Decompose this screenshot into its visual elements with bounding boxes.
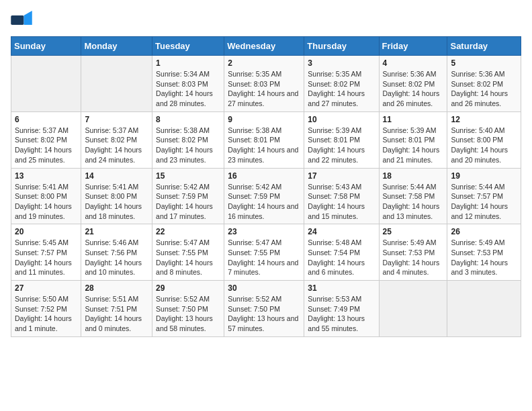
calendar-cell: 5Sunrise: 5:36 AMSunset: 8:02 PMDaylight…	[447, 56, 521, 112]
day-number: 18	[383, 171, 444, 181]
weekday-header-monday: Monday	[81, 37, 152, 56]
weekday-header-thursday: Thursday	[304, 37, 379, 56]
calendar-cell: 4Sunrise: 5:36 AMSunset: 8:02 PMDaylight…	[379, 56, 447, 112]
calendar-week-1: 1Sunrise: 5:34 AMSunset: 8:03 PMDaylight…	[11, 56, 521, 112]
day-detail: Sunrise: 5:42 AMSunset: 7:59 PMDaylight:…	[228, 182, 300, 222]
weekday-header-tuesday: Tuesday	[152, 37, 224, 56]
calendar-cell: 9Sunrise: 5:38 AMSunset: 8:01 PMDaylight…	[224, 111, 304, 168]
day-number: 8	[156, 115, 220, 124]
weekday-header-friday: Friday	[379, 37, 447, 56]
day-detail: Sunrise: 5:36 AMSunset: 8:02 PMDaylight:…	[451, 69, 517, 109]
logo	[11, 11, 35, 30]
calendar-cell: 14Sunrise: 5:41 AMSunset: 8:00 PMDayligh…	[81, 168, 152, 224]
day-detail: Sunrise: 5:41 AMSunset: 8:00 PMDaylight:…	[15, 182, 77, 222]
calendar-cell: 24Sunrise: 5:48 AMSunset: 7:54 PMDayligh…	[304, 224, 379, 281]
calendar-cell: 23Sunrise: 5:47 AMSunset: 7:55 PMDayligh…	[224, 224, 304, 281]
day-number: 7	[85, 115, 148, 124]
calendar-cell: 19Sunrise: 5:44 AMSunset: 7:57 PMDayligh…	[447, 168, 521, 224]
calendar-cell: 3Sunrise: 5:35 AMSunset: 8:02 PMDaylight…	[304, 56, 379, 112]
day-detail: Sunrise: 5:41 AMSunset: 8:00 PMDaylight:…	[85, 182, 148, 222]
day-detail: Sunrise: 5:35 AMSunset: 8:02 PMDaylight:…	[308, 69, 375, 109]
day-detail: Sunrise: 5:49 AMSunset: 7:53 PMDaylight:…	[383, 238, 444, 277]
day-detail: Sunrise: 5:45 AMSunset: 7:57 PMDaylight:…	[15, 238, 77, 277]
day-number: 23	[228, 227, 300, 236]
day-number: 25	[383, 227, 444, 236]
calendar-week-3: 13Sunrise: 5:41 AMSunset: 8:00 PMDayligh…	[11, 168, 521, 224]
day-number: 16	[228, 171, 300, 181]
day-detail: Sunrise: 5:39 AMSunset: 8:01 PMDaylight:…	[383, 126, 444, 165]
calendar-cell: 7Sunrise: 5:37 AMSunset: 8:02 PMDaylight…	[81, 111, 152, 168]
day-number: 20	[15, 227, 77, 236]
day-number: 14	[85, 171, 148, 181]
calendar-week-5: 27Sunrise: 5:50 AMSunset: 7:52 PMDayligh…	[11, 281, 521, 337]
day-number: 12	[451, 115, 517, 124]
logo-icon	[11, 11, 32, 30]
calendar-cell: 2Sunrise: 5:35 AMSunset: 8:03 PMDaylight…	[224, 56, 304, 112]
day-number: 29	[156, 283, 220, 293]
calendar-cell	[379, 281, 447, 337]
day-number: 24	[308, 227, 375, 236]
day-number: 22	[156, 227, 220, 236]
calendar-cell: 20Sunrise: 5:45 AMSunset: 7:57 PMDayligh…	[11, 224, 81, 281]
svg-rect-0	[11, 15, 24, 25]
calendar-week-2: 6Sunrise: 5:37 AMSunset: 8:02 PMDaylight…	[11, 111, 521, 168]
calendar-cell: 17Sunrise: 5:43 AMSunset: 7:58 PMDayligh…	[304, 168, 379, 224]
day-detail: Sunrise: 5:39 AMSunset: 8:01 PMDaylight:…	[308, 126, 375, 165]
calendar-cell: 28Sunrise: 5:51 AMSunset: 7:51 PMDayligh…	[81, 281, 152, 337]
day-detail: Sunrise: 5:53 AMSunset: 7:49 PMDaylight:…	[308, 294, 375, 334]
day-detail: Sunrise: 5:52 AMSunset: 7:50 PMDaylight:…	[228, 294, 300, 334]
calendar-cell: 1Sunrise: 5:34 AMSunset: 8:03 PMDaylight…	[152, 56, 224, 112]
day-number: 26	[451, 227, 517, 236]
day-number: 28	[85, 283, 148, 293]
calendar-cell: 21Sunrise: 5:46 AMSunset: 7:56 PMDayligh…	[81, 224, 152, 281]
day-number: 5	[451, 58, 517, 68]
weekday-header-row: SundayMondayTuesdayWednesdayThursdayFrid…	[11, 37, 521, 56]
day-detail: Sunrise: 5:34 AMSunset: 8:03 PMDaylight:…	[156, 69, 220, 109]
day-detail: Sunrise: 5:38 AMSunset: 8:02 PMDaylight:…	[156, 126, 220, 165]
calendar-cell: 31Sunrise: 5:53 AMSunset: 7:49 PMDayligh…	[304, 281, 379, 337]
weekday-header-saturday: Saturday	[447, 37, 521, 56]
calendar-cell: 26Sunrise: 5:49 AMSunset: 7:53 PMDayligh…	[447, 224, 521, 281]
day-number: 30	[228, 283, 300, 293]
day-detail: Sunrise: 5:44 AMSunset: 7:57 PMDaylight:…	[451, 182, 517, 222]
calendar-cell: 10Sunrise: 5:39 AMSunset: 8:01 PMDayligh…	[304, 111, 379, 168]
calendar-cell: 22Sunrise: 5:47 AMSunset: 7:55 PMDayligh…	[152, 224, 224, 281]
day-detail: Sunrise: 5:43 AMSunset: 7:58 PMDaylight:…	[308, 182, 375, 222]
day-detail: Sunrise: 5:44 AMSunset: 7:58 PMDaylight:…	[383, 182, 444, 222]
weekday-header-wednesday: Wednesday	[224, 37, 304, 56]
day-detail: Sunrise: 5:46 AMSunset: 7:56 PMDaylight:…	[85, 238, 148, 277]
day-detail: Sunrise: 5:38 AMSunset: 8:01 PMDaylight:…	[228, 126, 300, 165]
calendar-cell: 29Sunrise: 5:52 AMSunset: 7:50 PMDayligh…	[152, 281, 224, 337]
day-detail: Sunrise: 5:47 AMSunset: 7:55 PMDaylight:…	[156, 238, 220, 277]
day-detail: Sunrise: 5:52 AMSunset: 7:50 PMDaylight:…	[156, 294, 220, 334]
calendar-table: SundayMondayTuesdayWednesdayThursdayFrid…	[11, 36, 521, 337]
day-detail: Sunrise: 5:37 AMSunset: 8:02 PMDaylight:…	[85, 126, 148, 165]
calendar-cell	[81, 56, 152, 112]
calendar-cell: 16Sunrise: 5:42 AMSunset: 7:59 PMDayligh…	[224, 168, 304, 224]
calendar-cell	[447, 281, 521, 337]
day-detail: Sunrise: 5:51 AMSunset: 7:51 PMDaylight:…	[85, 294, 148, 334]
calendar-cell: 13Sunrise: 5:41 AMSunset: 8:00 PMDayligh…	[11, 168, 81, 224]
calendar-cell	[11, 56, 81, 112]
day-number: 17	[308, 171, 375, 181]
day-number: 4	[383, 58, 444, 68]
day-number: 2	[228, 58, 300, 68]
day-detail: Sunrise: 5:35 AMSunset: 8:03 PMDaylight:…	[228, 69, 300, 109]
day-detail: Sunrise: 5:42 AMSunset: 7:59 PMDaylight:…	[156, 182, 220, 222]
day-number: 19	[451, 171, 517, 181]
day-number: 31	[308, 283, 375, 293]
day-detail: Sunrise: 5:50 AMSunset: 7:52 PMDaylight:…	[15, 294, 77, 334]
day-number: 9	[228, 115, 300, 124]
weekday-header-sunday: Sunday	[11, 37, 81, 56]
calendar-cell: 11Sunrise: 5:39 AMSunset: 8:01 PMDayligh…	[379, 111, 447, 168]
day-number: 3	[308, 58, 375, 68]
page-header	[11, 11, 521, 30]
day-detail: Sunrise: 5:47 AMSunset: 7:55 PMDaylight:…	[228, 238, 300, 277]
calendar-cell: 30Sunrise: 5:52 AMSunset: 7:50 PMDayligh…	[224, 281, 304, 337]
calendar-body: 1Sunrise: 5:34 AMSunset: 8:03 PMDaylight…	[11, 56, 521, 337]
day-detail: Sunrise: 5:49 AMSunset: 7:53 PMDaylight:…	[451, 238, 517, 277]
day-number: 6	[15, 115, 77, 124]
calendar-cell: 25Sunrise: 5:49 AMSunset: 7:53 PMDayligh…	[379, 224, 447, 281]
calendar-cell: 6Sunrise: 5:37 AMSunset: 8:02 PMDaylight…	[11, 111, 81, 168]
day-number: 15	[156, 171, 220, 181]
